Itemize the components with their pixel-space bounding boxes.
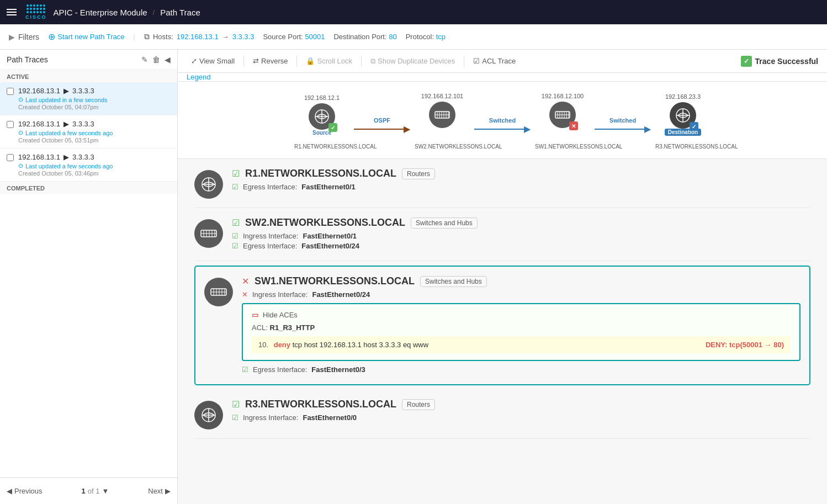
expand-icon: ⤢ bbox=[191, 57, 197, 65]
acl-rule-rest: tcp host 192.168.13.1 host 3.3.3.3 eq ww… bbox=[293, 341, 428, 349]
acl-rule-text: 10. deny tcp host 192.168.13.1 host 3.3.… bbox=[258, 341, 428, 349]
view-small-button[interactable]: ⤢ View Small bbox=[187, 55, 239, 67]
topo-r3-badge: ✓ bbox=[690, 122, 698, 131]
conn-1-line bbox=[354, 129, 404, 130]
toolbar-sep-2 bbox=[296, 56, 297, 67]
conn-3-arrow: ▶ bbox=[595, 124, 651, 134]
sw1-device-info: ✕ SW1.NETWORKLESSONS.LOCAL Switches and … bbox=[242, 275, 801, 375]
conn-3-line bbox=[595, 129, 644, 130]
acl-name-val: R1_R3_HTTP bbox=[270, 323, 315, 332]
acl-rule-num: 10. bbox=[258, 341, 268, 349]
sw2-device-tag: Switches and Hubs bbox=[411, 217, 478, 229]
device-row-r3: ☑ R3.NETWORKLESSONS.LOCAL Routers ☑ Ingr… bbox=[194, 390, 810, 439]
r3-device-info: ☑ R3.NETWORKLESSONS.LOCAL Routers ☑ Ingr… bbox=[232, 399, 810, 423]
legend-link[interactable]: Legend bbox=[178, 72, 219, 82]
sw1-egress-iface: ☑ Egress Interface: FastEthernet0/3 bbox=[242, 365, 801, 374]
trace-item-2-created: Created October 05, 03:51pm bbox=[18, 137, 171, 144]
r1-status-icon: ☑ bbox=[232, 168, 240, 179]
success-check-icon: ✓ bbox=[741, 56, 752, 67]
trace-item-3[interactable]: 192.168.13.1 ▶ 3.3.3.3 ⊙ Last updated a … bbox=[0, 148, 177, 182]
show-dup-button[interactable]: ⧉ Show Duplicate Devices bbox=[366, 55, 459, 68]
hosts-dst: 3.3.3.3 bbox=[232, 33, 255, 41]
main-row: Path Traces ✎ 🗑 ◀ ACTIVE 192.168.13.1 ▶ … bbox=[0, 50, 827, 504]
next-button[interactable]: Next ▶ bbox=[148, 487, 171, 495]
acl-minus-icon: ▭ bbox=[252, 311, 258, 319]
acl-hide-button[interactable]: Hide ACEs bbox=[263, 311, 298, 319]
topo-sw1-ip: 192.168.12.100 bbox=[542, 93, 584, 99]
sidebar-header: Path Traces ✎ 🗑 ◀ bbox=[0, 50, 177, 70]
topo-node-r1: 192.168.12.1 ✓ Source R1.NETWORKLESSONS.… bbox=[294, 94, 349, 150]
filters-arrow-icon: ▶ bbox=[9, 33, 15, 41]
r1-iface-val: FastEthernet0/1 bbox=[301, 183, 356, 191]
topo-r1-badge: ✓ bbox=[328, 123, 337, 132]
trace-item-1-route: 192.168.13.1 ▶ 3.3.3.3 bbox=[18, 87, 171, 95]
scroll-lock-button[interactable]: 🔒 Scroll Lock bbox=[301, 55, 357, 67]
toolbar-sep-1 bbox=[243, 56, 244, 67]
sw1-egress-label: Egress Interface: bbox=[253, 365, 307, 374]
filters-bar: ▶ Filters ⊕ Start new Path Trace | ⧉ Hos… bbox=[0, 24, 827, 50]
trace-item-1-status: ⊙ Last updated in a few seconds bbox=[18, 96, 171, 103]
sidebar-edit-icon[interactable]: ✎ bbox=[141, 55, 148, 64]
protocol-info: Protocol: tcp bbox=[406, 33, 446, 41]
acl-result: DENY: tcp(50001 → 80) bbox=[706, 341, 784, 349]
trace-item-1-checkbox[interactable] bbox=[7, 88, 14, 95]
menu-button[interactable] bbox=[7, 7, 17, 17]
sidebar-collapse-icon[interactable]: ◀ bbox=[165, 55, 171, 64]
toolbar-sep-3 bbox=[361, 56, 362, 67]
sw2-ingress-iface: ☑ Ingress Interface: FastEthernet0/1 bbox=[232, 232, 810, 240]
trace-item-3-status-text: Last updated a few seconds ago bbox=[25, 163, 113, 169]
topo-sw1-icon: ✕ bbox=[549, 102, 576, 128]
topo-sw2-ip: 192.168.12.101 bbox=[421, 93, 463, 99]
trace-item-1-dst: 3.3.3.3 bbox=[72, 87, 94, 95]
device-row-sw2: ☑ SW2.NETWORKLESSONS.LOCAL Switches and … bbox=[194, 208, 810, 261]
trace-item-1[interactable]: 192.168.13.1 ▶ 3.3.3.3 ⊙ Last updated in… bbox=[0, 82, 177, 115]
prev-arrow-icon: ◀ bbox=[7, 487, 12, 495]
conn-3-arrowhead: ▶ bbox=[644, 124, 651, 134]
acl-rule-row: 10. deny tcp host 192.168.13.1 host 3.3.… bbox=[252, 336, 791, 353]
acl-trace-label: ACL Trace bbox=[482, 57, 516, 65]
sw1-ingress-label: Ingress Interface: bbox=[252, 290, 308, 299]
trace-item-2-checkbox[interactable] bbox=[7, 121, 14, 128]
acl-label: ACL: bbox=[252, 323, 268, 332]
dst-port-info: Destination Port: 80 bbox=[333, 33, 396, 41]
sw2-egress-label: Egress Interface: bbox=[243, 242, 297, 250]
trace-item-3-checkbox[interactable] bbox=[7, 154, 14, 161]
new-path-button[interactable]: ⊕ Start new Path Trace bbox=[48, 31, 124, 42]
route-arrow-icon: ▶ bbox=[63, 87, 69, 95]
topo-sw1-label: SW1.NETWORKLESSONS.LOCAL bbox=[535, 144, 590, 150]
r3-device-name: R3.NETWORKLESSONS.LOCAL bbox=[245, 399, 396, 410]
page-dropdown[interactable]: ▼ bbox=[102, 487, 109, 495]
clock-icon-2: ⊙ bbox=[18, 129, 23, 136]
r1-device-name: R1.NETWORKLESSONS.LOCAL bbox=[245, 168, 396, 179]
check-icon: ☑ bbox=[473, 57, 480, 65]
topo-sw2-icon bbox=[429, 102, 455, 128]
cisco-logo: CISCO bbox=[25, 4, 47, 20]
lock-icon: 🔒 bbox=[306, 57, 315, 65]
sw1-ingress-iface: ✕ Ingress Interface: FastEthernet0/24 bbox=[242, 290, 801, 299]
trace-item-2[interactable]: 192.168.13.1 ▶ 3.3.3.3 ⊙ Last updated a … bbox=[0, 115, 177, 148]
sidebar-delete-icon[interactable]: 🗑 bbox=[152, 55, 160, 64]
r1-device-info: ☑ R1.NETWORKLESSONS.LOCAL Routers ☑ Egre… bbox=[232, 168, 810, 193]
trace-item-1-src: 192.168.13.1 bbox=[18, 87, 60, 95]
prev-button[interactable]: ◀ Previous bbox=[7, 487, 43, 495]
trace-item-3-src: 192.168.13.1 bbox=[18, 153, 60, 161]
hosts-info: ⧉ Hosts: 192.168.13.1 → 3.3.3.3 bbox=[144, 32, 255, 41]
next-label: Next bbox=[148, 487, 163, 495]
page-info: 1 of 1 ▼ bbox=[82, 487, 109, 495]
route-arrow-icon-3: ▶ bbox=[63, 153, 69, 161]
sw1-ingress-check: ✕ bbox=[242, 290, 248, 299]
scroll-area: 192.168.12.1 ✓ Source R1.NETWORKLESSONS.… bbox=[178, 82, 827, 504]
reverse-button[interactable]: ⇄ Reverse bbox=[248, 55, 292, 67]
acl-trace-button[interactable]: ☑ ACL Trace bbox=[469, 55, 520, 67]
view-small-label: View Small bbox=[199, 57, 235, 65]
sw2-egress-check: ☑ bbox=[232, 242, 238, 250]
src-port-val: 50001 bbox=[305, 33, 325, 41]
trace-item-2-dst: 3.3.3.3 bbox=[72, 120, 94, 128]
scroll-lock-label: Scroll Lock bbox=[317, 57, 352, 65]
dst-port-val: 80 bbox=[389, 33, 396, 41]
conn-1-arrowhead: ▶ bbox=[404, 124, 410, 134]
toolbar: ⤢ View Small ⇄ Reverse 🔒 Scroll Lock ⧉ S… bbox=[178, 50, 827, 73]
dup-icon: ⧉ bbox=[370, 57, 375, 66]
sidebar-footer: ◀ Previous 1 of 1 ▼ Next ▶ bbox=[0, 478, 177, 504]
trace-item-2-status-text: Last updated a few seconds ago bbox=[25, 130, 113, 136]
